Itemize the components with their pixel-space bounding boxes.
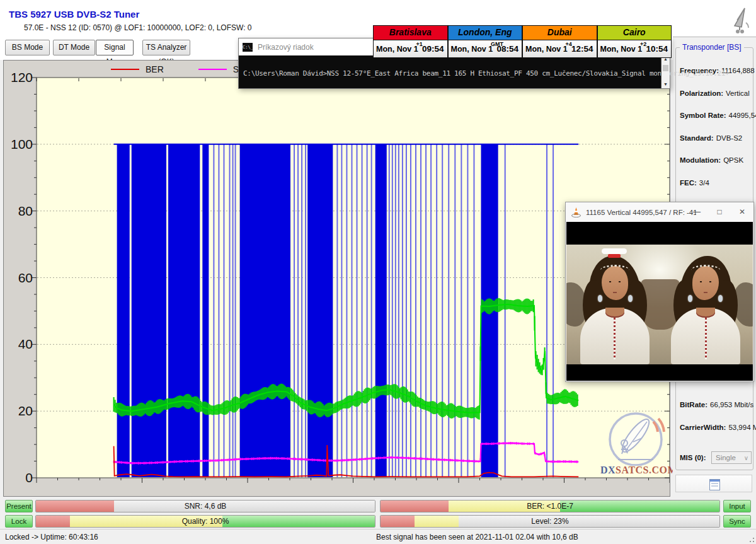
person-right-mirrored [671,256,740,364]
video-frame [566,245,753,364]
y-tick-label: 20 [4,403,33,419]
transponder-row: Standard:DVB-S2 [680,134,752,142]
transponder-row: BitRate:66,953 Mbit/s [680,401,752,408]
close-button[interactable]: ✕ [731,202,753,222]
y-tick-label: 60 [4,270,33,286]
channel-logo [602,248,627,257]
satellite-dish-icon [726,6,753,35]
cmd-scrollbar[interactable]: ▲ ▼ [661,55,670,88]
cmd-body: C:\Users\Roman Dávid>NSS 12-57°E_East Af… [239,55,670,88]
snr-line-swatch [198,69,227,70]
input-ts-button[interactable]: Input TS [723,500,751,512]
vlc-icon [571,207,581,217]
transponder-title: Transponder [BS] [680,43,744,52]
dt-mode-button[interactable]: DT Mode [53,40,95,55]
clock-time: 08:54 [496,44,518,54]
maximize-button[interactable]: □ [708,202,731,222]
y-tick-label: 100 [4,137,33,152]
transponder-row: CarrierWidth:53,994 MHz [680,424,752,431]
player-title: 11165 Vertical 44995,547 / RF: -41 SNR: … [586,209,696,216]
best-signal-text: Best signal has been seen at 2021-11-01 … [376,533,578,541]
bs-mode-button[interactable]: BS Mode [5,40,50,55]
clock-city: Cairo [597,25,672,40]
video-player-window: 11165 Vertical 44995,547 / RF: -41 SNR: … [565,202,754,382]
clock-city: Bratislava [373,25,448,40]
lock-status-text: Locked -> Uptime: 60:43:16 [5,533,98,541]
scroll-down-icon[interactable]: ▼ [662,81,670,88]
resize-grip[interactable] [747,535,755,543]
person-left [580,256,650,364]
clock-time: 09:54 [422,44,444,54]
app-title: TBS 5927 USB DVB-S2 Tuner [9,9,139,20]
clock-bratislava: Bratislava Mon, Nov 1 +1 09:54 [373,25,448,58]
clock-date: Mon, Nov 1 [451,45,493,54]
transponder-row: Symbol Rate:44995,547 KS/s [680,112,752,119]
clock-cairo: Cairo Mon, Nov 1 +2 10:54 [597,25,672,58]
scroll-thumb[interactable] [663,65,668,71]
tuner-subtitle: 57.0E - NSS 12 (ID: 0570) @ LOF1: 100000… [24,23,251,32]
legend-item-ber: BER [111,64,164,74]
clock-date: Mon, Nov 1 [600,45,643,54]
mis-dropdown[interactable]: Single∨ [711,451,752,464]
signal-mon-button[interactable]: Signal Mon. [96,40,134,55]
clock-city: London, Eng [448,25,523,40]
clock-time-row: Mon, Nov 1 +1 09:54 [373,40,448,58]
clock-time-row: Mon, Nov 1 +4 12:54 [522,40,597,58]
clock-city: Dubai [522,25,597,40]
mis-label: MIS (0): [680,454,706,461]
clock-time-row: Mon, Nov 1 GMT 08:54 [448,40,523,58]
transponder-row: Polarization:Vertical [680,90,752,97]
y-tick-label: 120 [4,70,33,85]
clock-date: Mon, Nov 1 [376,45,418,54]
ber-bar: BER: <1.0E-7 [380,500,720,512]
quality-bar: Quality: 100% [35,515,375,528]
cmd-title: Príkazový riadok [258,43,314,52]
clock-time: 12:54 [571,44,593,54]
snr-bar: SNR: 4,6 dB [35,500,375,512]
clock-dubai: Dubai Mon, Nov 1 +4 12:54 [522,25,597,58]
clock-date: Mon, Nov 1 [525,45,568,54]
clock-time: 10:54 [646,44,668,54]
player-titlebar[interactable]: 11165 Vertical 44995,547 / RF: -41 SNR: … [566,202,753,222]
ts-analyzer-button[interactable]: TS Analyzer (OK) [142,40,190,55]
cmd-icon: C:\_ [243,43,253,52]
y-tick-label: 40 [4,337,33,352]
app-window: TBS 5927 USB DVB-S2 Tuner 57.0E - NSS 12… [0,0,756,544]
video-content[interactable] [566,222,753,381]
clock-london-eng: London, Eng Mon, Nov 1 GMT 08:54 [448,25,523,58]
ber-line-swatch [111,69,139,70]
level-bar: Level: 23% [380,515,720,528]
report-button[interactable] [675,475,752,492]
world-clocks: Bratislava Mon, Nov 1 +1 09:54London, En… [373,25,672,58]
lock-button[interactable]: Lock [5,515,33,528]
clock-time-row: Mon, Nov 1 +2 10:54 [597,40,672,58]
present-button[interactable]: Present [5,500,33,512]
transponder-row: FEC:3/4 [680,179,752,187]
report-icon [709,479,720,490]
status-bar: Locked -> Uptime: 60:43:16 Best signal h… [0,529,756,544]
transponder-row: Modulation:QPSK [680,156,752,164]
minimize-button[interactable]: — [685,202,708,222]
chevron-down-icon: ∨ [744,452,748,464]
sync-ts-button[interactable]: Sync TS [723,515,751,528]
cmd-command-line: C:\Users\Roman Dávid>NSS 12-57°E_East Af… [243,69,729,78]
y-tick-label: 0 [4,470,33,485]
y-tick-label: 80 [4,204,33,219]
